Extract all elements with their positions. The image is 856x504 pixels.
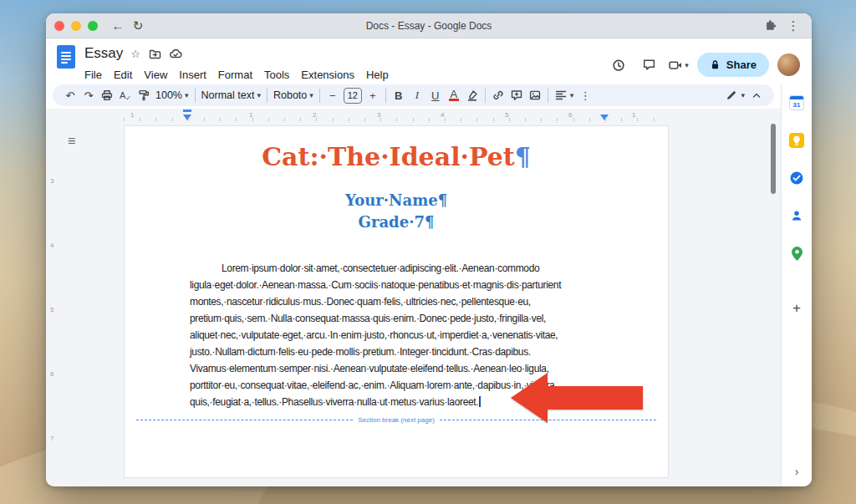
undo-icon[interactable]: ↶ [61, 86, 79, 104]
browser-menu-icon[interactable]: ⋮ [783, 16, 803, 36]
menu-tools[interactable]: Tools [258, 68, 295, 82]
document-page[interactable]: Cat:·The·Ideal·Pet¶ Your·Name¶ Grade·7¶ … [124, 125, 669, 478]
font-family-control[interactable]: Roboto ▾ [271, 86, 316, 104]
toolbar-divider [548, 89, 548, 103]
tasks-icon [789, 171, 804, 186]
sidebar-contacts-icon[interactable] [789, 208, 804, 223]
close-window-button[interactable] [54, 21, 64, 31]
expand-side-panel-icon[interactable]: › [795, 465, 799, 478]
body-line[interactable]: montes,·nascetur·ridiculus·mus.·Donec·qu… [190, 293, 618, 310]
menu-insert[interactable]: Insert [173, 68, 212, 82]
ruler-number: 6 [50, 370, 54, 378]
add-comment-icon[interactable] [507, 86, 526, 104]
editing-mode-control[interactable]: ▾ [722, 86, 747, 104]
share-button[interactable]: Share [697, 53, 769, 77]
google-docs-logo[interactable] [56, 44, 76, 84]
increase-font-size-icon[interactable]: + [364, 86, 382, 104]
body-line[interactable]: justo.·Nullam·dictum·felis·eu·pede·molli… [190, 344, 618, 360]
minimize-window-button[interactable] [71, 21, 81, 31]
underline-icon[interactable]: U [426, 86, 445, 104]
menu-edit[interactable]: Edit [108, 68, 138, 82]
extensions-puzzle-icon[interactable] [760, 16, 780, 36]
browser-window: ← ↻ Docs - Essay - Google Docs ⋮ [46, 13, 812, 486]
highlighter-icon [466, 89, 479, 102]
highlight-color-icon[interactable] [463, 86, 482, 104]
align-control[interactable]: ▾ [552, 86, 577, 104]
ruler-number: 3 [50, 177, 54, 185]
star-icon[interactable]: ☆ [130, 48, 140, 60]
sidebar-calendar-icon[interactable]: 31 [789, 95, 804, 110]
paint-roller-icon [137, 89, 150, 102]
essay-title[interactable]: Cat:·The·Ideal·Pet¶ [125, 140, 668, 175]
reload-icon[interactable]: ↻ [128, 16, 148, 36]
comments-icon[interactable] [638, 54, 660, 76]
sidebar-tasks-icon[interactable] [789, 171, 804, 186]
italic-icon[interactable]: I [408, 86, 426, 104]
insert-link-icon[interactable] [489, 86, 507, 104]
menu-help[interactable]: Help [360, 68, 395, 82]
add-side-panel-app-icon[interactable]: + [792, 300, 801, 317]
menu-extensions[interactable]: Extensions [295, 68, 360, 82]
bold-icon[interactable]: B [390, 86, 408, 104]
menu-view[interactable]: View [138, 68, 173, 82]
dropdown-arrow-icon: ▾ [257, 91, 261, 99]
sidebar-maps-icon[interactable] [789, 246, 804, 261]
meet-presenter-control[interactable]: ▾ [668, 58, 689, 73]
toolbar-divider [385, 89, 386, 103]
move-folder-icon[interactable] [148, 47, 161, 60]
side-panel: 31 + › [781, 84, 812, 486]
folder-icon [148, 47, 161, 60]
version-history-icon[interactable] [608, 54, 629, 76]
paragraph-style-value: Normal text [201, 89, 255, 101]
text-color-icon[interactable]: A [445, 86, 463, 104]
menu-format[interactable]: Format [212, 68, 258, 82]
more-toolbar-options-icon[interactable]: ⋮ [576, 86, 594, 104]
font-size-value[interactable]: 12 [344, 88, 362, 104]
horizontal-ruler[interactable]: 1 1 2 3 4 5 6 1 [46, 109, 781, 124]
body-line[interactable]: Lorem·ipsum·dolor·sit·amet,·consectetuer… [190, 260, 618, 277]
first-line-indent-marker[interactable] [183, 109, 191, 112]
body-line[interactable]: pretium·quis,·sem.·Nulla·consequat·massa… [190, 310, 618, 327]
body-line[interactable]: ligula·eget·dolor.·Aenean·massa.·Cum·soc… [190, 277, 618, 293]
hide-menus-icon[interactable] [747, 86, 766, 104]
document-outline-icon[interactable]: ≡ [66, 132, 77, 150]
left-indent-marker[interactable] [183, 115, 191, 120]
account-avatar[interactable] [777, 53, 800, 76]
font-family-value: Roboto [273, 89, 307, 101]
paint-format-icon[interactable] [135, 86, 153, 104]
insert-image-icon[interactable] [526, 86, 544, 104]
fullscreen-window-button[interactable] [88, 21, 98, 31]
section-break-dash [136, 420, 353, 420]
window-titlebar: ← ↻ Docs - Essay - Google Docs ⋮ [46, 13, 812, 38]
contacts-person-icon [790, 209, 803, 222]
vertical-ruler[interactable]: 3 4 5 6 7 [46, 124, 59, 486]
essay-byline[interactable]: Your·Name¶ [125, 190, 668, 211]
essay-title-text: Cat:·The·Ideal·Pet [262, 142, 514, 171]
document-title[interactable]: Essay [84, 45, 123, 62]
ruler-number: 4 [50, 242, 54, 249]
zoom-control[interactable]: 100% ▾ [153, 86, 191, 104]
decrease-font-size-icon[interactable]: − [324, 86, 342, 104]
ruler-number: 3 [377, 111, 380, 119]
body-line[interactable]: aliquet·nec,·vulputate·eget,·arcu.·In·en… [190, 327, 618, 344]
essay-grade[interactable]: Grade·7¶ [125, 211, 668, 233]
ruler-number: 5 [50, 306, 54, 313]
sidebar-keep-icon[interactable] [789, 133, 804, 148]
spelling-check-icon[interactable]: A✓ [116, 86, 135, 104]
right-indent-marker[interactable] [600, 115, 609, 120]
share-label: Share [726, 59, 757, 71]
video-camera-icon [668, 58, 683, 73]
history-clock-icon [611, 58, 626, 73]
text-color-bar [449, 99, 459, 101]
menu-file[interactable]: File [79, 68, 108, 82]
paragraph-style-control[interactable]: Normal text ▾ [199, 86, 263, 104]
chevron-up-icon [750, 89, 763, 102]
redo-icon[interactable]: ↷ [79, 86, 98, 104]
pencil-icon [725, 89, 738, 102]
print-icon[interactable] [98, 86, 116, 104]
cloud-status-icon[interactable] [169, 47, 182, 60]
back-icon[interactable]: ← [108, 16, 128, 36]
vertical-scrollbar[interactable] [771, 124, 776, 194]
traffic-lights [54, 21, 98, 31]
spell-a-glyph: A [120, 90, 125, 100]
